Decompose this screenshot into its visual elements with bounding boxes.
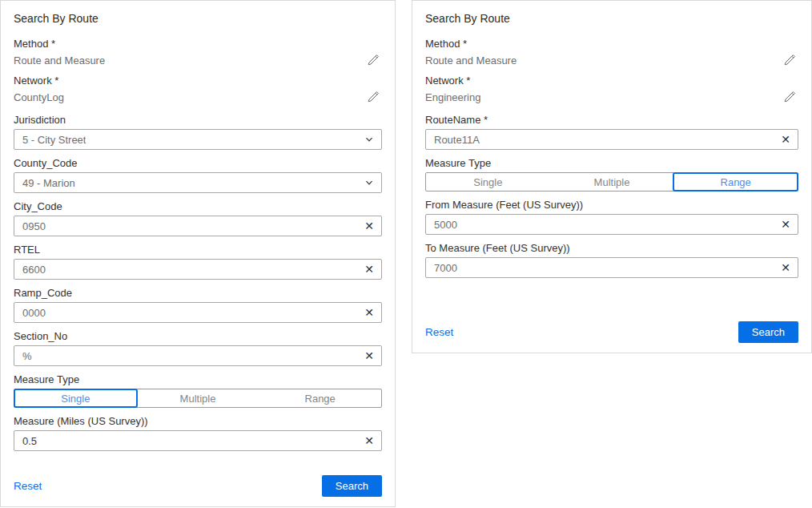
section-no-clear-button[interactable]: ✕	[364, 350, 374, 361]
from-measure-clear-button[interactable]: ✕	[781, 219, 790, 230]
close-icon: ✕	[364, 306, 374, 319]
measure-label: Measure (Miles (US Survey))	[14, 415, 382, 427]
chevron-down-icon	[364, 178, 374, 187]
ramp-code-clear-button[interactable]: ✕	[364, 307, 374, 318]
measure-type-label: Measure Type	[425, 157, 798, 169]
measure-type-option-range[interactable]: Range	[259, 389, 381, 407]
measure-type-segmented: Single Multiple Range	[425, 172, 798, 192]
reset-link[interactable]: Reset	[14, 480, 42, 492]
network-edit-button[interactable]	[366, 90, 380, 104]
search-by-route-panel-left: Search By Route Method * Route and Measu…	[0, 0, 396, 507]
jurisdiction-select-value: 5 - City Street	[22, 134, 86, 146]
pencil-icon	[367, 91, 380, 103]
measure-input[interactable]: 0.5 ✕	[14, 430, 382, 451]
measure-type-label: Measure Type	[14, 373, 382, 385]
method-value: Route and Measure	[14, 54, 105, 67]
method-label: Method *	[14, 38, 382, 50]
panel-title: Search By Route	[425, 11, 798, 26]
network-label: Network *	[425, 75, 798, 87]
search-button[interactable]: Search	[322, 475, 382, 497]
route-name-label: RouteName *	[425, 114, 798, 126]
city-code-clear-button[interactable]: ✕	[364, 220, 374, 232]
section-no-input-value: %	[22, 350, 32, 362]
close-icon: ✕	[364, 434, 374, 447]
from-measure-label: From Measure (Feet (US Survey))	[425, 199, 798, 211]
pencil-icon	[367, 54, 380, 67]
network-value: Engineering	[425, 91, 480, 103]
to-measure-input[interactable]: 7000 ✕	[425, 257, 798, 278]
section-no-input[interactable]: % ✕	[14, 345, 382, 366]
to-measure-label: To Measure (Feet (US Survey))	[425, 242, 798, 254]
close-icon: ✕	[781, 218, 790, 231]
route-name-input[interactable]: Route11A ✕	[425, 129, 798, 150]
network-row: Engineering	[425, 90, 798, 104]
rtel-clear-button[interactable]: ✕	[364, 264, 374, 275]
method-value: Route and Measure	[425, 54, 517, 67]
measure-input-value: 0.5	[22, 435, 37, 447]
from-measure-input[interactable]: 5000 ✕	[425, 214, 798, 235]
search-by-route-panel-right: Search By Route Method * Route and Measu…	[412, 0, 812, 353]
rtel-input-value: 6600	[22, 264, 46, 276]
pencil-icon	[783, 91, 796, 103]
route-name-input-value: Route11A	[434, 134, 480, 146]
method-row: Route and Measure	[14, 53, 382, 67]
measure-type-option-single[interactable]: Single	[426, 173, 550, 191]
close-icon: ✕	[781, 261, 790, 274]
measure-type-option-multiple[interactable]: Multiple	[137, 389, 259, 407]
method-edit-button[interactable]	[782, 53, 797, 67]
panel-title: Search By Route	[14, 11, 382, 26]
city-code-label: City_Code	[14, 200, 382, 212]
route-name-clear-button[interactable]: ✕	[781, 134, 790, 145]
close-icon: ✕	[364, 263, 374, 276]
measure-type-option-range[interactable]: Range	[673, 173, 798, 191]
jurisdiction-select[interactable]: 5 - City Street	[14, 129, 382, 150]
panel-footer: Reset Search	[14, 475, 382, 497]
pencil-icon	[783, 54, 796, 67]
county-code-select[interactable]: 49 - Marion	[14, 172, 382, 193]
close-icon: ✕	[364, 349, 374, 362]
city-code-input-value: 0950	[22, 220, 46, 232]
measure-type-option-single[interactable]: Single	[14, 389, 137, 407]
county-code-label: County_Code	[14, 157, 382, 169]
city-code-input[interactable]: 0950 ✕	[14, 216, 382, 236]
ramp-code-input[interactable]: 0000 ✕	[14, 302, 382, 323]
panel-footer: Reset Search	[425, 321, 798, 343]
network-edit-button[interactable]	[782, 90, 797, 104]
method-row: Route and Measure	[425, 53, 798, 67]
measure-type-segmented: Single Multiple Range	[14, 389, 382, 408]
network-label: Network *	[14, 75, 382, 87]
chevron-down-icon	[364, 135, 374, 144]
section-no-label: Section_No	[14, 330, 382, 342]
reset-link[interactable]: Reset	[425, 326, 453, 338]
search-button[interactable]: Search	[738, 321, 798, 343]
measure-clear-button[interactable]: ✕	[364, 435, 374, 446]
measure-type-option-multiple[interactable]: Multiple	[550, 173, 674, 191]
close-icon: ✕	[364, 220, 374, 232]
method-label: Method *	[425, 38, 798, 50]
to-measure-input-value: 7000	[434, 262, 457, 274]
rtel-label: RTEL	[14, 244, 382, 256]
county-code-select-value: 49 - Marion	[22, 177, 75, 189]
method-edit-button[interactable]	[366, 53, 380, 67]
ramp-code-input-value: 0000	[22, 307, 46, 319]
jurisdiction-label: Jurisdiction	[14, 114, 382, 126]
close-icon: ✕	[781, 133, 790, 146]
ramp-code-label: Ramp_Code	[14, 287, 382, 299]
from-measure-input-value: 5000	[434, 219, 457, 231]
network-row: CountyLog	[14, 90, 382, 104]
to-measure-clear-button[interactable]: ✕	[781, 262, 790, 273]
rtel-input[interactable]: 6600 ✕	[14, 259, 382, 280]
network-value: CountyLog	[14, 91, 64, 103]
